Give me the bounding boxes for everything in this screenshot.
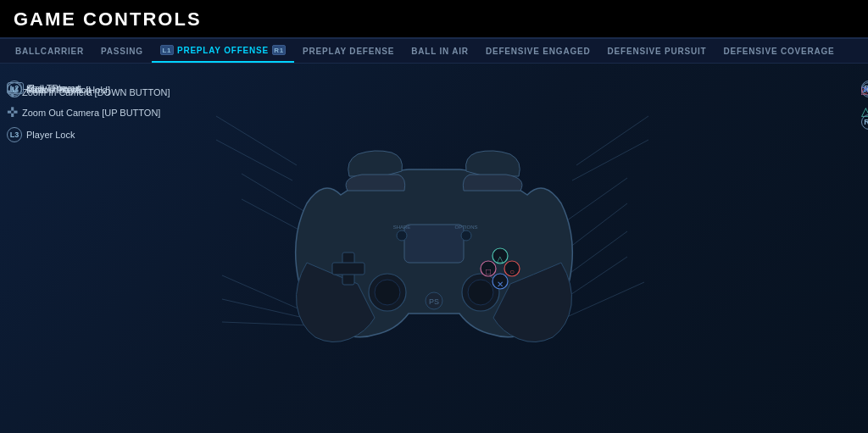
header: GAME CONTROLS	[0, 0, 868, 39]
label-preplay-menu: R3 Pre-Play Menu	[861, 114, 868, 130]
main-content: △ □ ○ ✕ SHARE OPTIONS PS Show Playart L2	[0, 64, 868, 427]
svg-point-16	[397, 230, 407, 241]
svg-rect-14	[404, 225, 464, 263]
tab-defensive-engaged[interactable]: DEFENSIVE ENGAGED	[477, 41, 599, 62]
svg-point-19	[375, 280, 400, 305]
cross-icon: ✕	[861, 84, 868, 96]
tab-ball-in-air[interactable]: BALL IN AIR	[403, 41, 477, 62]
app: GAME CONTROLS BALLCARRIER PASSING L1 PRE…	[0, 0, 868, 433]
svg-text:△: △	[497, 253, 504, 263]
badge-r1: R1	[272, 45, 286, 55]
label-zoom-out: Zoom Out Camera [UP BUTTON] ✜	[7, 104, 160, 120]
label-zoom-out-text: Zoom Out Camera [UP BUTTON]	[22, 108, 160, 118]
tab-defensive-coverage[interactable]: DEFENSIVE COVERAGE	[715, 41, 843, 62]
label-player-lock: Player Lock L3	[7, 127, 75, 142]
svg-point-17	[461, 230, 471, 241]
nav-tabs: BALLCARRIER PASSING L1 PREPLAY OFFENSE R…	[0, 39, 868, 64]
label-call-timeout: Call Timeout	[7, 82, 80, 94]
svg-rect-23	[332, 263, 364, 275]
svg-text:OPTIONS: OPTIONS	[454, 225, 477, 230]
tab-preplay-defense[interactable]: PREPLAY DEFENSE	[294, 41, 403, 62]
tab-defensive-pursuit[interactable]: DEFENSIVE PURSUIT	[599, 41, 715, 62]
svg-text:✕: ✕	[497, 279, 504, 288]
svg-text:SHARE: SHARE	[393, 225, 411, 230]
badge-l3: L3	[7, 127, 22, 142]
label-player-lock-text: Player Lock	[26, 130, 75, 140]
page-title: GAME CONTROLS	[14, 8, 854, 31]
label-snap-ball: ✕ Snap Ball	[861, 84, 868, 96]
badge-timeout	[7, 82, 24, 94]
dpad-icon-up: ✜	[7, 104, 18, 120]
svg-point-21	[468, 280, 493, 305]
tab-passing[interactable]: PASSING	[92, 41, 152, 62]
controller-image: △ □ ○ ✕ SHARE OPTIONS PS	[273, 127, 595, 364]
svg-text:PS: PS	[429, 297, 439, 306]
badge-r3: R3	[861, 114, 868, 130]
svg-text:□: □	[486, 266, 491, 275]
svg-text:○: ○	[509, 266, 515, 275]
tab-preplay-offense[interactable]: L1 PREPLAY OFFENSE R1	[152, 39, 294, 63]
badge-l1: L1	[160, 45, 174, 55]
label-call-timeout-text: Call Timeout	[28, 83, 80, 93]
tab-ballcarrier[interactable]: BALLCARRIER	[7, 41, 92, 62]
